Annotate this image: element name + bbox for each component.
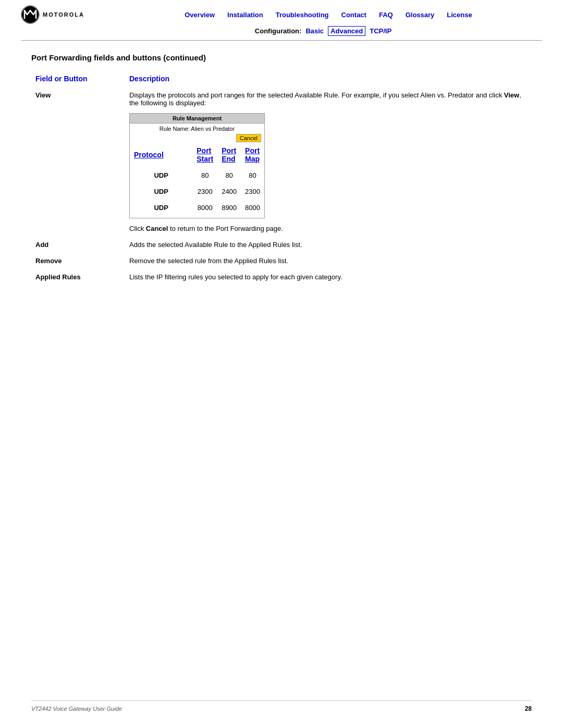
- rule-row-1-protocol: UDP: [130, 167, 192, 183]
- nav-license[interactable]: License: [447, 11, 472, 19]
- rule-row-3-map: 8000: [241, 200, 264, 216]
- cancel-btn-row: Cancel: [130, 133, 264, 144]
- nav-faq[interactable]: FAQ: [379, 11, 393, 19]
- table-row: View Displays the protocols and port ran…: [31, 87, 532, 237]
- cancel-bold: Cancel: [146, 225, 168, 232]
- rule-table-outer: Rule Management Rule Name: Alien vs Pred…: [129, 113, 265, 218]
- motorola-logo-icon: [21, 5, 40, 24]
- rule-row-3-start: 8000: [192, 200, 217, 216]
- desc-view: Displays the protocols and port ranges f…: [125, 87, 532, 237]
- nav-troubleshooting[interactable]: Troubleshooting: [276, 11, 329, 19]
- rule-col-port-map: Port Map: [241, 144, 264, 167]
- rule-row-2: UDP 2300 2400 2300: [130, 183, 264, 200]
- desc-applied-rules: Lists the IP filtering rules you selecte…: [125, 269, 532, 285]
- sub-nav-tcpip[interactable]: TCP/IP: [370, 27, 391, 35]
- table-row-applied-rules: Applied Rules Lists the IP filtering rul…: [31, 269, 532, 285]
- configuration-label: Configuration:: [255, 27, 302, 35]
- rule-name-row: Rule Name: Alien vs Predator: [130, 124, 264, 133]
- motorola-brand-text: MOTOROLA: [43, 11, 84, 18]
- header-top: MOTOROLA Overview Installation Troublesh…: [21, 5, 542, 24]
- nav-overview[interactable]: Overview: [185, 11, 215, 19]
- rule-row-1: UDP 80 80 80: [130, 167, 264, 183]
- main-content: Port Forwarding fields and buttons (cont…: [0, 41, 563, 316]
- rule-data-table: Protocol Port Start Port End Port Map UD…: [130, 144, 264, 216]
- rule-row-3-end: 8900: [217, 200, 241, 216]
- desc-view-bold: View: [504, 91, 519, 99]
- sub-nav-advanced[interactable]: Advanced: [328, 26, 365, 36]
- footer-page-number: 28: [525, 705, 532, 712]
- page-title: Port Forwarding fields and buttons (cont…: [31, 53, 532, 62]
- table-header-field: Field or Button: [31, 72, 125, 87]
- nav-glossary[interactable]: Glossary: [406, 11, 435, 19]
- rule-col-port-end: Port End: [217, 144, 241, 167]
- main-nav: Overview Installation Troubleshooting Co…: [115, 11, 542, 19]
- field-add: Add: [31, 237, 125, 253]
- rule-management-container: Rule Management Rule Name: Alien vs Pred…: [129, 113, 265, 218]
- desc-remove: Remove the selected rule from the Applie…: [125, 253, 532, 269]
- table-row-add: Add Adds the selected Available Rule to …: [31, 237, 532, 253]
- rule-row-3-protocol: UDP: [130, 200, 192, 216]
- rule-row-1-start: 80: [192, 167, 217, 183]
- rule-row-1-end: 80: [217, 167, 241, 183]
- rule-row-2-start: 2300: [192, 183, 217, 200]
- rule-row-2-end: 2400: [217, 183, 241, 200]
- table-row-remove: Remove Remove the selected rule from the…: [31, 253, 532, 269]
- rule-management-title: Rule Management: [130, 114, 264, 124]
- rule-row-2-protocol: UDP: [130, 183, 192, 200]
- field-remove: Remove: [31, 253, 125, 269]
- rule-col-port-start: Port Start: [192, 144, 217, 167]
- page-footer: VT2442 Voice Gateway User Guide 28: [31, 700, 532, 712]
- field-table: Field or Button Description View Display…: [31, 72, 532, 285]
- nav-contact[interactable]: Contact: [341, 11, 366, 19]
- page-header: MOTOROLA Overview Installation Troublesh…: [0, 0, 563, 40]
- sub-nav-basic[interactable]: Basic: [305, 27, 324, 35]
- sub-nav: Configuration: Basic Advanced TCP/IP: [104, 26, 542, 40]
- field-view: View: [31, 87, 125, 237]
- rule-col-protocol: Protocol: [130, 144, 192, 167]
- rule-row-3: UDP 8000 8900 8000: [130, 200, 264, 216]
- desc-add: Adds the selected Available Rule to the …: [125, 237, 532, 253]
- desc-view-text-before: Displays the protocols and port ranges f…: [129, 91, 504, 99]
- nav-installation[interactable]: Installation: [227, 11, 263, 19]
- field-applied-rules: Applied Rules: [31, 269, 125, 285]
- logo-area: MOTOROLA: [21, 5, 104, 24]
- rule-row-1-map: 80: [241, 167, 264, 183]
- footer-left-text: VT2442 Voice Gateway User Guide: [31, 706, 122, 712]
- table-header-desc: Description: [125, 72, 532, 87]
- cancel-instruction: Click Cancel to return to the Port Forwa…: [129, 225, 283, 232]
- rule-row-2-map: 2300: [241, 183, 264, 200]
- cancel-button[interactable]: Cancel: [236, 134, 261, 142]
